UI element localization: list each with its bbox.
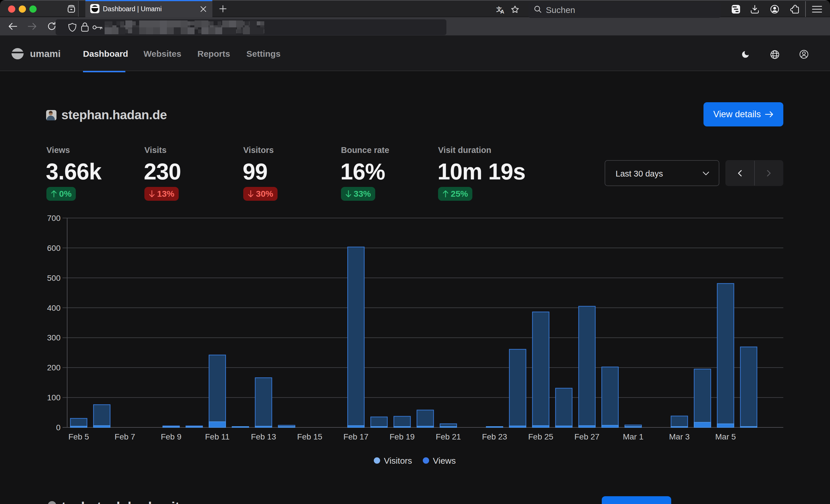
svg-text:Feb 27: Feb 27 (574, 432, 600, 441)
svg-text:700: 700 (47, 214, 61, 223)
svg-text:Feb 5: Feb 5 (68, 432, 89, 441)
svg-text:0: 0 (56, 423, 61, 432)
svg-text:Feb 13: Feb 13 (251, 432, 276, 441)
svg-text:Mar 1: Mar 1 (623, 432, 643, 441)
svg-text:Feb 11: Feb 11 (205, 432, 229, 441)
svg-text:Feb 21: Feb 21 (436, 432, 461, 441)
svg-text:Mar 3: Mar 3 (669, 432, 690, 441)
svg-text:Feb 17: Feb 17 (343, 432, 368, 441)
svg-text:Feb 19: Feb 19 (390, 432, 415, 441)
svg-text:Visitors: Visitors (384, 456, 412, 465)
svg-text:A: A (500, 9, 504, 14)
svg-text:Feb 23: Feb 23 (482, 432, 507, 441)
svg-text:400: 400 (47, 304, 61, 312)
svg-text:Feb 7: Feb 7 (115, 432, 135, 441)
svg-text:200: 200 (47, 363, 61, 372)
svg-text:500: 500 (47, 274, 61, 282)
svg-text:Mar 5: Mar 5 (715, 432, 736, 441)
svg-text:Feb 25: Feb 25 (528, 432, 553, 441)
svg-text:100: 100 (47, 393, 61, 402)
svg-text:Feb 15: Feb 15 (297, 432, 322, 441)
svg-text:Views: Views (433, 456, 456, 465)
svg-text:300: 300 (47, 333, 61, 342)
svg-text:600: 600 (47, 244, 61, 253)
svg-text:Feb 9: Feb 9 (161, 432, 182, 441)
